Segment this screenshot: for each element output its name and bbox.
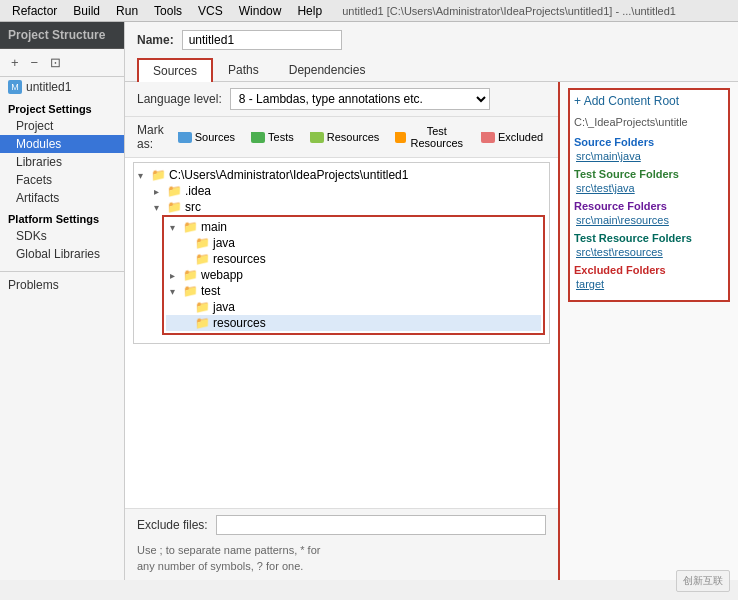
tab-dependencies[interactable]: Dependencies: [274, 58, 381, 81]
project-settings-header: Project Settings: [0, 97, 124, 117]
remove-button[interactable]: −: [26, 53, 44, 72]
sidebar-item-libraries[interactable]: Libraries: [0, 153, 124, 171]
content-area: Name: Sources Paths Dependencies Languag…: [125, 22, 738, 580]
menu-tools[interactable]: Tools: [146, 2, 190, 20]
arrow-root: ▾: [138, 170, 148, 181]
sidebar-module[interactable]: M untitled1: [0, 77, 124, 97]
menu-run[interactable]: Run: [108, 2, 146, 20]
mark-sources-label: Sources: [195, 131, 235, 143]
exclude-input[interactable]: [216, 515, 546, 535]
sidebar: Project Structure + − ⊡ M untitled1 Proj…: [0, 22, 125, 580]
tree-label-java-test: java: [213, 300, 235, 314]
tree-item-java-main[interactable]: 📁 java: [166, 235, 541, 251]
mark-as-label: Mark as:: [137, 123, 164, 151]
sources-folder-icon: [178, 132, 192, 143]
test-source-folder-path[interactable]: src\test\java: [574, 182, 724, 194]
menu-help[interactable]: Help: [289, 2, 330, 20]
content-body: Language level: 8 - Lambdas, type annota…: [125, 82, 738, 580]
tree-label-resources-main: resources: [213, 252, 266, 266]
sidebar-item-global-libraries[interactable]: Global Libraries: [0, 245, 124, 263]
content-main: Language level: 8 - Lambdas, type annota…: [125, 82, 558, 580]
tree-item-main[interactable]: ▾ 📁 main: [166, 219, 541, 235]
excluded-folders-title: Excluded Folders: [574, 264, 724, 276]
folder-icon-webapp: 📁: [183, 268, 198, 282]
mark-sources-button[interactable]: Sources: [172, 129, 241, 145]
name-label: Name:: [137, 33, 174, 47]
tree-label-root: C:\Users\Administrator\IdeaProjects\unti…: [169, 168, 408, 182]
tree-label-resources-test: resources: [213, 316, 266, 330]
watermark: 创新互联: [676, 570, 730, 580]
name-input[interactable]: [182, 30, 342, 50]
arrow-webapp: ▸: [170, 270, 180, 281]
tree-item-webapp[interactable]: ▸ 📁 webapp: [166, 267, 541, 283]
add-button[interactable]: +: [6, 53, 24, 72]
file-tree: ▾ 📁 C:\Users\Administrator\IdeaProjects\…: [133, 162, 550, 344]
excluded-folder-path[interactable]: target: [574, 278, 724, 290]
right-panel: + Add Content Root C:\_IdeaProjects\unti…: [558, 82, 738, 580]
sidebar-item-artifacts[interactable]: Artifacts: [0, 189, 124, 207]
menu-window[interactable]: Window: [231, 2, 290, 20]
copy-button[interactable]: ⊡: [45, 53, 66, 72]
folder-icon-resources-main: 📁: [195, 252, 210, 266]
tab-paths[interactable]: Paths: [213, 58, 274, 81]
folder-icon-src: 📁: [167, 200, 182, 214]
source-folder-path[interactable]: src\main\java: [574, 150, 724, 162]
tree-item-idea[interactable]: ▸ 📁 .idea: [134, 183, 549, 199]
folder-icon-resources-test: 📁: [195, 316, 210, 330]
menu-refactor[interactable]: Refactor: [4, 2, 65, 20]
mark-excluded-button[interactable]: Excluded: [475, 129, 549, 145]
test-resource-folder-path[interactable]: src\test\resources: [574, 246, 724, 258]
language-level-select[interactable]: 8 - Lambdas, type annotations etc.: [230, 88, 490, 110]
menubar: Refactor Build Run Tools VCS Window Help…: [0, 0, 738, 22]
mark-tests-button[interactable]: Tests: [245, 129, 300, 145]
tree-label-webapp: webapp: [201, 268, 243, 282]
exclude-hint-line1: Use ; to separate name patterns, * for: [137, 543, 546, 558]
tree-label-java-main: java: [213, 236, 235, 250]
folder-icon-root: 📁: [151, 168, 166, 182]
excluded-folder-icon: [481, 132, 495, 143]
resource-folder-path[interactable]: src\main\resources: [574, 214, 724, 226]
mark-excluded-label: Excluded: [498, 131, 543, 143]
exclude-hint: Use ; to separate name patterns, * for a…: [125, 541, 558, 580]
name-row: Name:: [137, 30, 726, 50]
sidebar-nav: + − ⊡: [0, 49, 124, 77]
arrow-main: ▾: [170, 222, 180, 233]
add-content-root-button[interactable]: + Add Content Root: [574, 94, 724, 108]
tree-label-src: src: [185, 200, 201, 214]
tab-sources[interactable]: Sources: [137, 58, 213, 82]
menu-build[interactable]: Build: [65, 2, 108, 20]
tree-item-test[interactable]: ▾ 📁 test: [166, 283, 541, 299]
right-panel-path: C:\_IdeaProjects\untitle: [574, 116, 724, 128]
tree-item-root[interactable]: ▾ 📁 C:\Users\Administrator\IdeaProjects\…: [134, 167, 549, 183]
platform-settings-header: Platform Settings: [0, 207, 124, 227]
resource-folders-title: Resource Folders: [574, 200, 724, 212]
folder-icon-main: 📁: [183, 220, 198, 234]
right-panel-box: + Add Content Root C:\_IdeaProjects\unti…: [568, 88, 730, 302]
tree-item-java-test[interactable]: 📁 java: [166, 299, 541, 315]
sidebar-item-facets[interactable]: Facets: [0, 171, 124, 189]
arrow-test: ▾: [170, 286, 180, 297]
tests-folder-icon: [251, 132, 265, 143]
exclude-row: Exclude files:: [125, 508, 558, 541]
mark-test-resources-button[interactable]: Test Resources: [389, 123, 471, 151]
folder-icon-java-test: 📁: [195, 300, 210, 314]
mark-as-row: Mark as: Sources Tests Resources: [125, 117, 558, 158]
exclude-label: Exclude files:: [137, 518, 208, 532]
folder-icon-test: 📁: [183, 284, 198, 298]
menu-vcs[interactable]: VCS: [190, 2, 231, 20]
test-resource-folders-title: Test Resource Folders: [574, 232, 724, 244]
mark-resources-button[interactable]: Resources: [304, 129, 386, 145]
sidebar-title: Project Structure: [0, 22, 124, 49]
sidebar-item-sdks[interactable]: SDKs: [0, 227, 124, 245]
arrow-idea: ▸: [154, 186, 164, 197]
tree-item-resources-main[interactable]: 📁 resources: [166, 251, 541, 267]
test-source-folders-title: Test Source Folders: [574, 168, 724, 180]
resources-folder-icon: [310, 132, 324, 143]
tree-item-resources-test[interactable]: 📁 resources: [166, 315, 541, 331]
tree-item-src[interactable]: ▾ 📁 src: [134, 199, 549, 215]
sidebar-item-problems[interactable]: Problems: [0, 271, 124, 296]
mark-resources-label: Resources: [327, 131, 380, 143]
module-icon: M: [8, 80, 22, 94]
sidebar-item-modules[interactable]: Modules: [0, 135, 124, 153]
sidebar-item-project[interactable]: Project: [0, 117, 124, 135]
